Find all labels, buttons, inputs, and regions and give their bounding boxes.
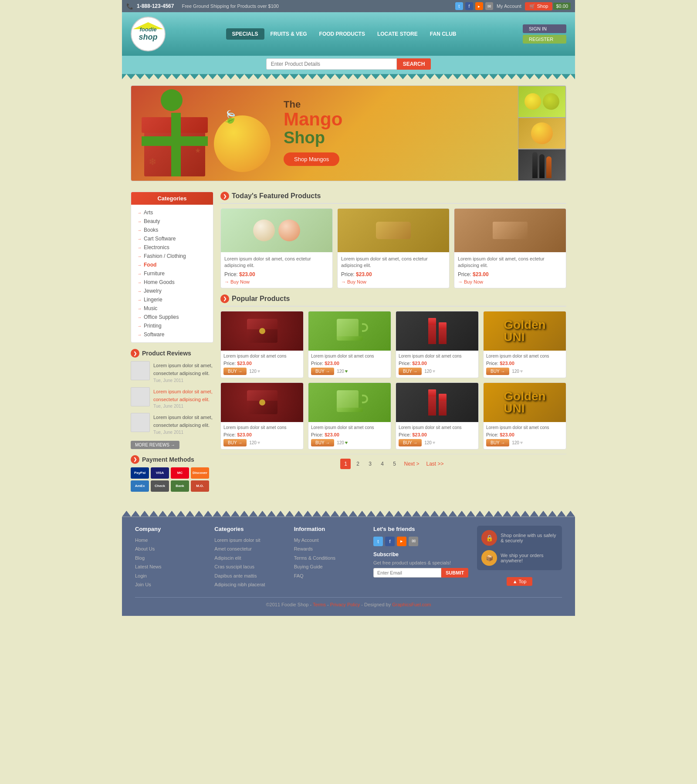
- buy-btn-1-3[interactable]: BUY →: [399, 368, 422, 375]
- phone-number: 1-888-123-4567: [137, 3, 174, 9]
- footer-link-home[interactable]: Home: [135, 537, 206, 544]
- search-button[interactable]: SEARCH: [397, 58, 431, 70]
- subscribe-email-input[interactable]: [373, 568, 441, 578]
- visa-icon: VISA: [151, 467, 169, 479]
- footer-link-terms[interactable]: Terms & Conditions: [294, 554, 365, 562]
- sign-in-button[interactable]: SIGN IN: [523, 24, 566, 33]
- register-button[interactable]: REGISTER: [523, 35, 566, 44]
- footer-categories-text4: Cras suscipit lacus: [214, 563, 285, 571]
- facebook-icon[interactable]: f: [465, 2, 473, 10]
- nav-fruits[interactable]: FRUITS & VEG: [264, 28, 313, 40]
- featured-product-3: Lorem ipsum dolor sit amet, cons ectetur…: [454, 208, 566, 288]
- buy-btn-2-4[interactable]: BUY →: [486, 439, 509, 446]
- shop-label: Shop: [537, 3, 548, 9]
- cat-item-printing[interactable]: →Printing: [131, 321, 213, 330]
- cat-item-home-goods[interactable]: →Home Goods: [131, 278, 213, 287]
- footer-link-faq[interactable]: FAQ: [294, 572, 365, 580]
- site-logo[interactable]: foodie shop: [131, 17, 166, 51]
- rss-icon[interactable]: ▸: [475, 2, 483, 10]
- designer-link[interactable]: GraphicsFuel.com: [392, 602, 431, 607]
- buy-btn-2-1[interactable]: BUY →: [223, 439, 247, 446]
- footer-email-icon[interactable]: ✉: [409, 537, 418, 546]
- buy-btn-1-4[interactable]: BUY →: [486, 368, 509, 375]
- featured-section: ❯ Today's Featured Products Lorem ipsum …: [220, 192, 566, 288]
- page-2[interactable]: 2: [352, 459, 363, 469]
- buy-btn-1-1[interactable]: BUY →: [223, 368, 247, 375]
- cat-item-food[interactable]: →Food: [131, 260, 213, 269]
- footer-link-buying[interactable]: Buying Guide: [294, 563, 365, 571]
- buy-btn-2-3[interactable]: BUY →: [399, 439, 422, 446]
- shop-cart-button[interactable]: 🛒 Shop: [525, 2, 553, 10]
- page-next[interactable]: Next >: [401, 459, 422, 469]
- page-4[interactable]: 4: [377, 459, 387, 469]
- cat-item-books[interactable]: →Books: [131, 226, 213, 234]
- footer-friends-title: Let's be friends: [373, 526, 468, 532]
- like-count-1-2: 120 ♥: [337, 368, 348, 374]
- nav-specials[interactable]: SPECIALS: [226, 28, 264, 40]
- footer-link-login[interactable]: Login: [135, 572, 206, 580]
- nav-locate-store[interactable]: LOCATE STORE: [371, 28, 424, 40]
- nav-fan-club[interactable]: FAN CLUB: [424, 28, 463, 40]
- buy-btn-1-2[interactable]: BUY →: [311, 368, 334, 375]
- popular-product-2-3: Lorem ipsum dolor sit amet cons Price: $…: [396, 382, 479, 449]
- bank-icon: Bank: [171, 480, 189, 492]
- site-footer: Company Home About Us Blog Latest News L…: [122, 517, 575, 616]
- hero-thumb-wine[interactable]: [518, 149, 566, 181]
- featured-img-1: [221, 209, 332, 252]
- cat-item-furniture[interactable]: →Furniture: [131, 269, 213, 278]
- top-button[interactable]: ▲ Top: [507, 577, 533, 586]
- reviews-icon: ❯: [131, 349, 139, 358]
- featured-buy-3[interactable]: →Buy Now: [458, 279, 562, 284]
- hero-cta-button[interactable]: Shop Mangos: [284, 152, 339, 166]
- footer-categories-text: Lorem ipsum dolor sit: [214, 537, 285, 544]
- cat-item-electronics[interactable]: →Electronics: [131, 243, 213, 252]
- email-icon[interactable]: ✉: [485, 2, 493, 10]
- shipping-message: Free Ground Shipping for Products over $…: [182, 3, 279, 9]
- cat-item-beauty[interactable]: →Beauty: [131, 217, 213, 226]
- cat-item-cart-software[interactable]: →Cart Software: [131, 234, 213, 243]
- cat-item-software[interactable]: →Software: [131, 330, 213, 339]
- privacy-link[interactable]: Privacy Policy: [330, 602, 360, 607]
- terms-link[interactable]: Terms: [313, 602, 326, 607]
- footer-link-news[interactable]: Latest News: [135, 563, 206, 571]
- nav-food-products[interactable]: FOOD PRODUCTS: [313, 28, 371, 40]
- footer-rss-icon[interactable]: ▸: [397, 537, 406, 546]
- cat-item-jewelry[interactable]: →Jewelry: [131, 287, 213, 295]
- subscribe-header: Subscribe: [373, 551, 468, 558]
- search-input[interactable]: [266, 58, 397, 70]
- cat-item-fashion[interactable]: →Fashion / Clothing: [131, 252, 213, 260]
- cat-item-office[interactable]: →Office Supplies: [131, 313, 213, 321]
- featured-buy-2[interactable]: →Buy Now: [341, 279, 446, 284]
- buy-btn-2-2[interactable]: BUY →: [311, 439, 334, 446]
- cat-item-music[interactable]: →Music: [131, 304, 213, 313]
- subscribe-submit-button[interactable]: SUBMIT: [441, 568, 468, 578]
- more-reviews-button[interactable]: MORE REVIEWS →: [131, 441, 179, 449]
- footer-categories-title: Categories: [214, 526, 285, 532]
- featured-price-1: Price: $23.00: [224, 271, 329, 277]
- like-count-2-4: 120 ♥: [512, 440, 523, 445]
- footer-link-rewards[interactable]: Rewards: [294, 545, 365, 553]
- page-last[interactable]: Last >>: [423, 459, 446, 469]
- cat-item-arts[interactable]: →Arts: [131, 208, 213, 217]
- heart-icon-2-2: ♥: [345, 440, 348, 445]
- review-link-2[interactable]: Lorem ipsum dolor sit amet, consectetur …: [153, 389, 213, 402]
- footer-link-myaccount[interactable]: My Account: [294, 537, 365, 544]
- footer-link-blog[interactable]: Blog: [135, 554, 206, 562]
- footer-information-title: Information: [294, 526, 365, 532]
- cat-item-lingerie[interactable]: →Lingerie: [131, 295, 213, 304]
- featured-desc-2: Lorem ipsum dolor sit amet, cons ectetur…: [341, 256, 446, 269]
- featured-buy-1[interactable]: →Buy Now: [224, 279, 329, 284]
- twitter-icon[interactable]: t: [455, 2, 463, 10]
- page-1[interactable]: 1: [340, 459, 351, 469]
- page-3[interactable]: 3: [365, 459, 375, 469]
- hero-thumb-lemon[interactable]: [518, 86, 566, 118]
- my-account-link[interactable]: My Account: [497, 3, 521, 9]
- footer-facebook-icon[interactable]: f: [385, 537, 395, 546]
- hero-thumb-mango[interactable]: [518, 118, 566, 149]
- footer-link-join[interactable]: Join Us: [135, 581, 206, 588]
- heart-icon-1-1: ♥: [257, 368, 261, 374]
- footer-twitter-icon[interactable]: t: [373, 537, 383, 546]
- page-5[interactable]: 5: [389, 459, 399, 469]
- footer-link-about[interactable]: About Us: [135, 545, 206, 553]
- money-order-icon: M.O.: [191, 480, 209, 492]
